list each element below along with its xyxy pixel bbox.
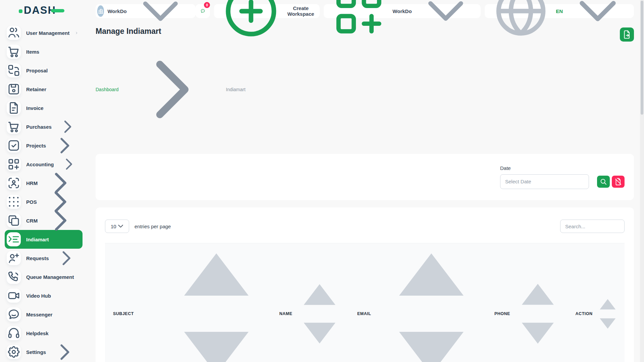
sort-icon[interactable]	[513, 279, 563, 349]
column-header[interactable]: EMAIL	[349, 243, 486, 362]
filter-reset-button[interactable]	[612, 176, 625, 188]
sidebar-item-label: Invoice	[26, 105, 78, 111]
file-off-icon	[614, 177, 623, 186]
message-dots-icon	[200, 8, 206, 14]
main-area: WorkDo 0 Create Workspace WorkDo	[84, 0, 644, 362]
sidebar-item-label: Projects	[26, 143, 46, 148]
breadcrumb-dashboard-link[interactable]: Dashboard	[96, 87, 119, 92]
sidebar-item-items[interactable]: Items	[7, 42, 84, 61]
building-icon	[97, 8, 104, 14]
user-plus-icon	[7, 251, 21, 265]
sidebar-item-video-hub[interactable]: Video Hub	[7, 286, 84, 305]
breadcrumb: Dashboard Indiamart	[96, 39, 246, 140]
workspace-selector[interactable]: WorkDo	[96, 4, 196, 18]
sort-icon[interactable]	[166, 243, 267, 362]
sidebar-item-label: Requests	[26, 255, 49, 261]
sidebar-item-label: Settings	[26, 349, 46, 355]
create-workspace-button[interactable]: Create Workspace	[214, 4, 320, 18]
chevron-right-icon	[43, 203, 78, 238]
page-title: Manage Indiamart	[96, 27, 246, 36]
table-controls: 10 entries per page	[105, 220, 625, 233]
sidebar-item-requests[interactable]: Requests	[7, 249, 84, 267]
checkbox-icon	[7, 138, 21, 153]
sidebar-item-invoice[interactable]: Invoice	[7, 99, 84, 117]
cart-icon	[7, 120, 21, 134]
sidebar-item-proposal[interactable]: Proposal	[7, 61, 84, 80]
workspace-name: WorkDo	[107, 8, 126, 14]
sidebar-nav: User Management Items Proposal	[0, 20, 84, 361]
workspace-switcher-button[interactable]: WorkDo	[324, 4, 481, 18]
logs-icon	[7, 232, 21, 246]
page-scrollbar[interactable]	[640, 0, 644, 362]
dots-grid-icon	[7, 195, 21, 209]
users-icon	[7, 26, 21, 40]
sidebar-item-settings[interactable]: Settings	[7, 343, 84, 361]
sort-icon[interactable]	[595, 297, 620, 331]
sidebar-item-label: Queue Management	[26, 274, 74, 280]
page-content: Manage Indiamart Dashboard Indiamart Dat…	[84, 18, 644, 362]
sidebar-item-projects[interactable]: Projects	[7, 136, 84, 155]
sidebar-item-label: Retainer	[26, 86, 78, 92]
topbar-actions: 0 Create Workspace WorkDo EN	[196, 4, 634, 18]
sort-icon[interactable]	[381, 243, 482, 362]
sidebar-item-queue-management[interactable]: Queue Management	[7, 267, 84, 286]
column-header[interactable]: PHONE	[486, 243, 568, 362]
sidebar-item-crm[interactable]: CRM	[7, 211, 84, 230]
floppy-icon	[7, 82, 21, 96]
sidebar: DASH User Management Items Propo	[0, 0, 84, 362]
gear-icon	[7, 345, 21, 359]
sidebar-item-label: Messenger	[26, 312, 78, 317]
sidebar-item-retainer[interactable]: Retainer	[7, 80, 84, 99]
inquiries-table: SUBJECT NAME	[105, 243, 625, 362]
entries-per-page-label: entries per page	[135, 224, 171, 229]
workspace-avatar	[97, 5, 104, 17]
date-filter-group: Date	[500, 165, 625, 189]
sidebar-item-messenger[interactable]: Messenger	[7, 305, 84, 324]
app-root: DASH User Management Items Propo	[0, 0, 644, 362]
file-invoice-icon	[7, 101, 21, 115]
column-header[interactable]: NAME	[271, 243, 349, 362]
headset-icon	[7, 326, 21, 340]
cart-icon	[7, 45, 21, 59]
filter-search-button[interactable]	[597, 176, 610, 188]
column-header[interactable]: ACTION	[568, 243, 625, 362]
page-header: Manage Indiamart Dashboard Indiamart	[96, 27, 634, 140]
search-icon	[599, 177, 608, 186]
grid-plus-icon	[7, 157, 21, 171]
chat-badge: 0	[204, 2, 210, 8]
sidebar-item-label: Indiamart	[26, 237, 77, 242]
topbar: WorkDo 0 Create Workspace WorkDo	[84, 0, 644, 18]
chevron-right-icon	[51, 339, 78, 362]
copy-icon	[7, 214, 21, 228]
date-filter-input[interactable]	[500, 174, 589, 189]
chevron-right-icon	[75, 31, 78, 35]
sidebar-item-label: Items	[26, 49, 78, 55]
logo-dash-accent	[51, 9, 64, 12]
sidebar-item-label: HRM	[26, 180, 38, 186]
scrollbar-thumb[interactable]	[641, 1, 643, 115]
chat-button[interactable]: 0	[196, 4, 210, 18]
sort-icon[interactable]	[295, 279, 344, 349]
chevron-right-icon	[54, 246, 78, 270]
sidebar-item-label: Video Hub	[26, 293, 78, 299]
filter-card: Date	[96, 154, 634, 200]
sidebar-item-label: Proposal	[26, 68, 78, 73]
file-export-icon	[622, 29, 632, 40]
phone-call-icon	[7, 270, 21, 284]
entries-per-page-select[interactable]: 10	[105, 220, 129, 233]
video-icon	[7, 289, 21, 303]
sidebar-item-label: CRM	[26, 218, 38, 224]
chevron-right-icon	[122, 39, 223, 140]
table-search-input[interactable]	[560, 220, 625, 233]
language-selector[interactable]: EN	[485, 4, 634, 18]
breadcrumb-current: Indiamart	[226, 87, 246, 92]
sidebar-item-user-management[interactable]: User Management	[7, 23, 84, 42]
sidebar-item-label: Helpdesk	[26, 330, 78, 336]
export-button[interactable]	[620, 27, 634, 42]
transform-icon	[7, 63, 21, 77]
column-header[interactable]: SUBJECT	[105, 243, 271, 362]
logo-dot-accent	[19, 9, 22, 13]
table-card: 10 entries per page	[96, 207, 634, 362]
sidebar-item-label: Purchases	[26, 124, 52, 130]
chevron-down-icon	[116, 222, 125, 230]
